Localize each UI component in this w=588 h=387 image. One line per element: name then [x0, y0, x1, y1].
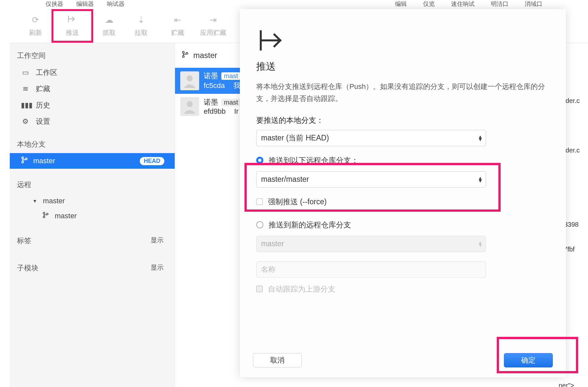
remote-branch-master[interactable]: master: [10, 208, 175, 223]
menu-item[interactable]: 消域口: [525, 0, 542, 7]
commit-msg: Ir: [234, 107, 238, 116]
select-value: master/master: [261, 175, 309, 184]
stash-icon: ⇤: [174, 15, 181, 25]
apply-stash-label: 应用贮藏: [200, 28, 226, 37]
fetch-button[interactable]: ☁ 抓取: [93, 9, 125, 43]
svg-point-3: [43, 212, 45, 214]
updown-icon: ▴▾: [479, 177, 482, 182]
push-button[interactable]: 推送: [51, 9, 93, 43]
svg-point-6: [183, 51, 184, 53]
checkbox-icon: [256, 198, 263, 205]
tags-header[interactable]: 标签 显示: [10, 232, 175, 250]
local-branches-header: 本地分支: [10, 136, 175, 153]
local-branch-master[interactable]: master HEAD: [10, 153, 175, 169]
svg-point-0: [22, 157, 24, 159]
sidebar-label: 历史: [36, 100, 50, 110]
commit-author: 诺墨: [204, 71, 218, 81]
svg-point-10: [187, 101, 193, 107]
push-icon: [67, 15, 77, 25]
show-link[interactable]: 显示: [151, 236, 164, 246]
select-value: master: [261, 239, 284, 248]
remote-branch-name: master: [55, 212, 77, 220]
show-link[interactable]: 显示: [151, 263, 164, 273]
svg-point-1: [22, 161, 24, 163]
branch-chip: mast: [221, 72, 241, 80]
sidebar-item-history[interactable]: ▮▮▮ 历史: [10, 97, 175, 113]
commit-hash: efd9bb: [204, 107, 226, 116]
sidebar-label: 工作区: [36, 68, 57, 78]
auto-track-checkbox: 自动跟踪为上游分支: [256, 284, 550, 294]
stash-button[interactable]: ⇤ 贮藏: [162, 9, 194, 43]
avatar: [180, 97, 199, 116]
branch-icon: [42, 212, 49, 220]
push-label: 推送: [66, 28, 79, 37]
pull-button[interactable]: ⇣ 拉取: [125, 9, 157, 43]
menu-item[interactable]: 响试器: [107, 0, 125, 7]
folder-icon: ▭: [21, 68, 30, 77]
stack-icon: ≋: [21, 85, 30, 93]
svg-point-7: [183, 56, 184, 58]
dialog-title: 推送: [256, 60, 550, 73]
sidebar-item-workspace[interactable]: ▭ 工作区: [10, 64, 175, 81]
cancel-button[interactable]: 取消: [253, 353, 302, 367]
head-badge: HEAD: [140, 157, 164, 165]
sidebar-item-stash[interactable]: ≋ 贮藏: [10, 81, 175, 97]
refresh-label: 刷新: [29, 28, 42, 37]
dialog-description: 将本地分支推送到远程仓库（Push）。如果没有追踪的分支，则可以创建一个远程仓库…: [256, 80, 550, 105]
menu-item[interactable]: 速住响试: [451, 0, 475, 7]
push-dialog: 推送 将本地分支推送到远程仓库（Push）。如果没有追踪的分支，则可以创建一个远…: [240, 9, 566, 377]
new-branch-name-input: 名称: [256, 261, 486, 278]
branch-icon: [182, 51, 189, 60]
menu-item[interactable]: 编辑: [395, 0, 407, 7]
new-remote-select: master ▴▾: [256, 236, 486, 252]
code-line: ner">: [559, 382, 574, 387]
commit-hash: fc5cda: [204, 81, 225, 90]
menu-item[interactable]: 明洁口: [491, 0, 508, 7]
checkbox-icon: [256, 286, 263, 292]
local-branch-label: 要推送的本地分支：: [256, 115, 550, 125]
submodule-header[interactable]: 子模块 显示: [10, 259, 175, 277]
pull-icon: ⇣: [138, 15, 145, 25]
refresh-icon: ⟳: [32, 15, 39, 25]
menu-item[interactable]: 仅挟器: [46, 0, 63, 7]
force-push-checkbox[interactable]: 强制推送 (--force): [256, 197, 550, 207]
commit-msg: 我: [233, 81, 241, 91]
checkbox-label: 自动跟踪为上游分支: [268, 284, 335, 294]
branch-name: master: [33, 157, 55, 165]
remote-name: master: [43, 197, 65, 205]
menu-item[interactable]: 编辑器: [76, 0, 94, 7]
svg-point-9: [187, 76, 193, 81]
apply-stash-button[interactable]: ⇥ 应用贮藏: [194, 9, 233, 43]
pull-label: 拉取: [135, 28, 148, 37]
apply-stash-icon: ⇥: [210, 15, 217, 25]
workspace-header: 工作空间: [10, 47, 175, 64]
radio-off-icon: [256, 221, 263, 228]
menu-item[interactable]: 仅览: [423, 0, 435, 7]
sidebar-item-settings[interactable]: ⚙ 设置: [10, 113, 175, 130]
cloud-down-icon: ☁: [105, 15, 113, 25]
select-value: master (当前 HEAD): [261, 133, 329, 143]
radio-on-icon: [256, 157, 263, 164]
checkbox-label: 强制推送 (--force): [268, 197, 327, 207]
remote-master[interactable]: ▼ master: [10, 194, 175, 208]
refresh-button[interactable]: ⟳ 刷新: [20, 9, 51, 43]
updown-icon: ▴▾: [479, 135, 482, 141]
branch-icon: [21, 156, 28, 165]
updown-icon: ▴▾: [479, 241, 482, 247]
stash-label: 贮藏: [171, 28, 184, 37]
push-new-radio[interactable]: 推送到新的远程仓库分支: [256, 220, 550, 230]
svg-point-4: [43, 216, 45, 218]
bars-icon: ▮▮▮: [21, 101, 30, 109]
menubar: 仅挟器 编辑器 响试器 编辑 仅览 速住响试 明洁口 消域口: [0, 0, 588, 7]
radio-label: 推送到以下远程仓库分支：: [269, 155, 359, 165]
ok-button[interactable]: 确定: [504, 353, 553, 367]
avatar: [180, 71, 199, 90]
gear-icon: ⚙: [21, 117, 30, 126]
branch-chip: mast: [221, 99, 241, 106]
push-existing-radio[interactable]: 推送到以下远程仓库分支：: [256, 155, 550, 165]
dialog-footer: 取消 确定: [253, 353, 553, 367]
remote-branch-select[interactable]: master/master ▴▾: [256, 171, 486, 188]
fetch-label: 抓取: [103, 28, 116, 37]
commit-author: 诺墨: [204, 97, 218, 107]
local-branch-select[interactable]: master (当前 HEAD) ▴▾: [256, 130, 486, 146]
